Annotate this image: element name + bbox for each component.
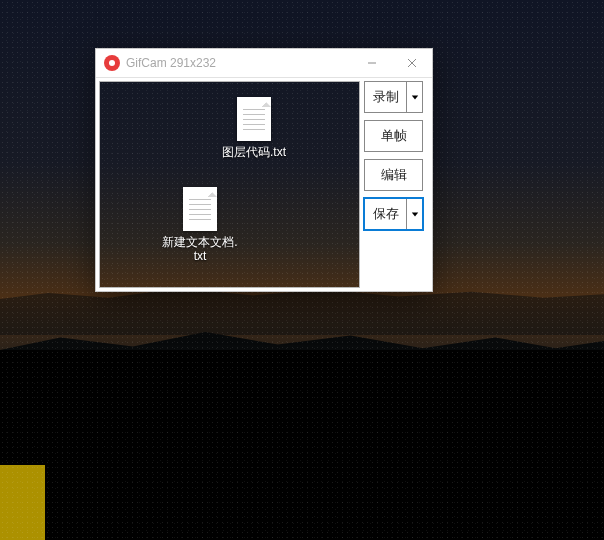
minimize-icon [367, 58, 377, 68]
chevron-down-icon [411, 93, 419, 101]
save-button[interactable]: 保存 [364, 198, 423, 230]
svg-marker-4 [411, 212, 417, 216]
record-dropdown[interactable] [406, 82, 422, 112]
text-document-icon [183, 187, 217, 231]
minimize-button[interactable] [352, 49, 392, 77]
text-document-icon [237, 97, 271, 141]
frame-button[interactable]: 单帧 [364, 120, 423, 152]
titlebar[interactable]: GifCam 291x232 [96, 49, 432, 78]
save-button-label: 保存 [365, 199, 406, 229]
gifcam-toolbar: 录制 单帧 编辑 保存 [360, 81, 423, 288]
save-dropdown[interactable] [406, 199, 422, 229]
record-button-label: 录制 [365, 82, 406, 112]
frame-button-label: 单帧 [365, 121, 422, 151]
file-label: 新建文本文档.txt [162, 235, 238, 263]
edit-button-label: 编辑 [365, 160, 422, 190]
svg-marker-3 [411, 95, 417, 99]
app-icon [104, 55, 120, 71]
file-item[interactable]: 图层代码.txt [216, 97, 292, 159]
edit-button[interactable]: 编辑 [364, 159, 423, 191]
client-area: 图层代码.txt 新建文本文档.txt 录制 单帧 [96, 78, 432, 291]
desktop-decoration [0, 350, 604, 540]
file-item[interactable]: 新建文本文档.txt [162, 187, 238, 263]
chevron-down-icon [411, 210, 419, 218]
taskbar-fragment [0, 465, 45, 540]
capture-viewport[interactable]: 图层代码.txt 新建文本文档.txt [99, 81, 360, 288]
close-icon [407, 58, 417, 68]
desktop-files: 图层代码.txt 新建文本文档.txt [100, 82, 359, 287]
window-title: GifCam 291x232 [126, 56, 352, 70]
gifcam-window: GifCam 291x232 [95, 48, 433, 292]
record-button[interactable]: 录制 [364, 81, 423, 113]
file-label: 图层代码.txt [216, 145, 292, 159]
close-button[interactable] [392, 49, 432, 77]
